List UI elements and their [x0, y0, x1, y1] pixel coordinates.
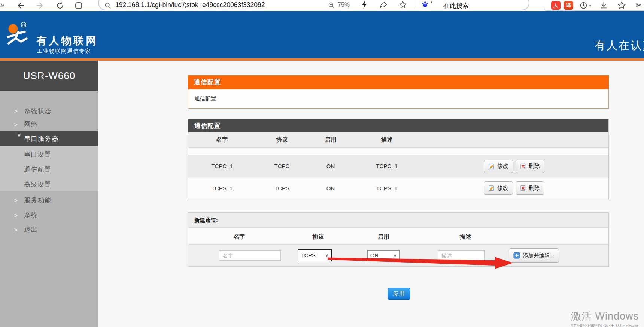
- col-header-description: 描述: [460, 233, 471, 241]
- clip-scissors-icon[interactable]: ✂: [636, 0, 642, 10]
- delete-icon: [520, 163, 526, 169]
- add-and-edit-button[interactable]: 添加并编辑...: [509, 248, 559, 263]
- sidebar-item-system-status[interactable]: > 系统状态: [0, 104, 98, 118]
- page-title-panel: 通信配置 通信配置: [188, 75, 609, 109]
- search-hint[interactable]: 在此搜索: [443, 1, 469, 10]
- sidebar-item-network[interactable]: > 网络: [0, 118, 98, 131]
- bookmark-star-icon[interactable]: [618, 1, 626, 9]
- cell-description: TCPS_1: [353, 185, 420, 191]
- favorite-star-icon[interactable]: [399, 1, 407, 8]
- brand-title: 有人物联网: [36, 34, 98, 48]
- download-icon[interactable]: [600, 1, 608, 9]
- chevron-right-icon: >: [14, 108, 24, 114]
- search-engine-caret-icon[interactable]: ▾: [431, 0, 432, 4]
- page-title-description: 通信配置: [188, 89, 609, 109]
- sidebar-item-advanced-settings[interactable]: 高级设置: [0, 178, 98, 190]
- chevron-right-icon: >: [14, 212, 24, 218]
- col-header-protocol: 协议: [256, 136, 308, 144]
- add-icon: [513, 252, 520, 259]
- share-icon[interactable]: [380, 1, 388, 8]
- edit-button[interactable]: 修改: [484, 160, 513, 173]
- usr-logo-icon: R: [3, 21, 34, 48]
- lightning-icon[interactable]: [362, 1, 367, 9]
- apply-button[interactable]: 应用: [388, 288, 410, 300]
- chevron-right-icon: >: [14, 227, 24, 233]
- cell-name: TCPC_1: [188, 163, 256, 169]
- cell-enabled: ON: [308, 185, 353, 191]
- channel-table-panel: 通信配置 名字 协议 启用 描述 TCPC_1 TCPC ON TCPC_1 修…: [188, 119, 609, 199]
- col-header-protocol: 协议: [313, 233, 324, 241]
- zoom-out-icon[interactable]: [328, 2, 335, 9]
- cell-protocol: TCPC: [256, 163, 308, 169]
- new-channel-input-row: TCPS ∨ ON ∨ 添加并编辑...: [188, 245, 608, 266]
- history-caret-icon[interactable]: ▾: [589, 4, 591, 7]
- cell-name: TCPS_1: [188, 185, 256, 191]
- delete-icon: [520, 185, 526, 191]
- browser-toolbar: » 192.168.1.1/cgi-bin/luci/;stok=e49ccc2…: [0, 0, 644, 11]
- chevron-right-icon: >: [14, 197, 24, 203]
- history-icon[interactable]: [580, 1, 587, 9]
- banner-slogan: 有人在认真做物联网: [595, 38, 644, 53]
- baidu-paw-icon[interactable]: [422, 1, 429, 7]
- activate-windows-watermark: 激活 Windows: [571, 309, 639, 323]
- main-content: 通信配置 通信配置 通信配置 名字 协议 启用 描述 TCPC_1 TCPC O…: [98, 61, 644, 327]
- edit-icon: [489, 185, 495, 191]
- sidebar-nav: USR-W660 > 系统状态 > 网络 > 串口服务器 串口设置 通信配置 高…: [0, 61, 98, 327]
- back-icon[interactable]: [16, 1, 25, 10]
- address-bar[interactable]: 192.168.1.1/cgi-bin/luci/;stok=e49ccc200…: [98, 0, 529, 10]
- chevron-down-icon: ∨: [394, 253, 397, 258]
- app-banner: R 有人物联网 工业物联网通信专家 有人在认真做物联网: [0, 11, 644, 58]
- enabled-select[interactable]: ON ∨: [367, 250, 400, 261]
- page-title: 通信配置: [188, 75, 609, 89]
- table-header-row: 名字 协议 启用 描述: [188, 132, 608, 148]
- zoom-level[interactable]: 75%: [338, 1, 350, 8]
- row-actions: 修改 删除: [484, 160, 544, 173]
- chevron-down-icon: >: [16, 133, 22, 143]
- delete-button[interactable]: 删除: [516, 181, 544, 195]
- pdf-extension-icon[interactable]: 人: [551, 1, 561, 10]
- new-channel-header-row: 名字 协议 启用 描述: [188, 228, 608, 245]
- edit-icon: [489, 163, 495, 169]
- name-input[interactable]: [219, 250, 281, 261]
- device-model-title: USR-W660: [0, 61, 98, 91]
- edit-button[interactable]: 修改: [484, 181, 513, 195]
- sidebar-item-serial-server[interactable]: > 串口服务器: [0, 131, 98, 146]
- delete-button[interactable]: 删除: [516, 160, 544, 173]
- extensions-overflow-icon[interactable]: »: [0, 0, 4, 10]
- description-input[interactable]: [438, 250, 485, 261]
- new-channel-panel: 新建通道: 名字 协议 启用 描述 TCPS ∨ ON ∨ 添加并编辑...: [188, 212, 609, 267]
- cell-protocol: TCPS: [256, 185, 308, 191]
- sidebar-item-logout[interactable]: > 退出: [0, 223, 98, 236]
- activate-windows-watermark-line2: 转到"设置"以激活 Windows。: [571, 323, 644, 327]
- brand-subtitle: 工业物联网通信专家: [37, 48, 91, 55]
- col-header-name: 名字: [188, 136, 256, 144]
- table-row: TCPC_1 TCPC ON TCPC_1 修改 删除: [188, 155, 608, 177]
- sidebar-item-comm-config[interactable]: 通信配置: [0, 163, 98, 175]
- sidebar-item-services[interactable]: > 服务功能: [0, 193, 98, 207]
- protocol-select[interactable]: TCPS ∨: [298, 249, 332, 261]
- table-title: 通信配置: [188, 119, 608, 132]
- col-header-name: 名字: [234, 233, 245, 241]
- forward-icon[interactable]: [36, 1, 44, 10]
- sidebar-submenu: 串口设置 通信配置 高级设置: [0, 146, 98, 191]
- url-text[interactable]: 192.168.1.1/cgi-bin/luci/;stok=e49ccc200…: [115, 1, 265, 9]
- cell-enabled: ON: [308, 163, 353, 169]
- cell-description: TCPC_1: [353, 163, 420, 169]
- table-empty-row: [188, 148, 608, 155]
- col-header-enabled: 启用: [308, 136, 353, 144]
- sidebar-item-serial-settings[interactable]: 串口设置: [0, 148, 98, 160]
- table-row: TCPS_1 TCPS ON TCPS_1 修改 删除: [188, 177, 608, 199]
- sidebar-item-system[interactable]: > 系统: [0, 208, 98, 222]
- home-icon[interactable]: [75, 1, 83, 10]
- divider: [416, 0, 416, 7]
- col-header-enabled: 启用: [378, 233, 389, 241]
- translate-extension-icon[interactable]: 译: [564, 1, 573, 10]
- chevron-down-icon: ∨: [325, 253, 328, 258]
- new-channel-title: 新建通道:: [188, 213, 608, 228]
- reload-icon[interactable]: [56, 1, 64, 10]
- search-icon: [104, 2, 112, 9]
- svg-text:R: R: [22, 23, 25, 27]
- col-header-description: 描述: [353, 136, 420, 144]
- chevron-right-icon: >: [14, 121, 24, 128]
- row-actions: 修改 删除: [484, 181, 544, 195]
